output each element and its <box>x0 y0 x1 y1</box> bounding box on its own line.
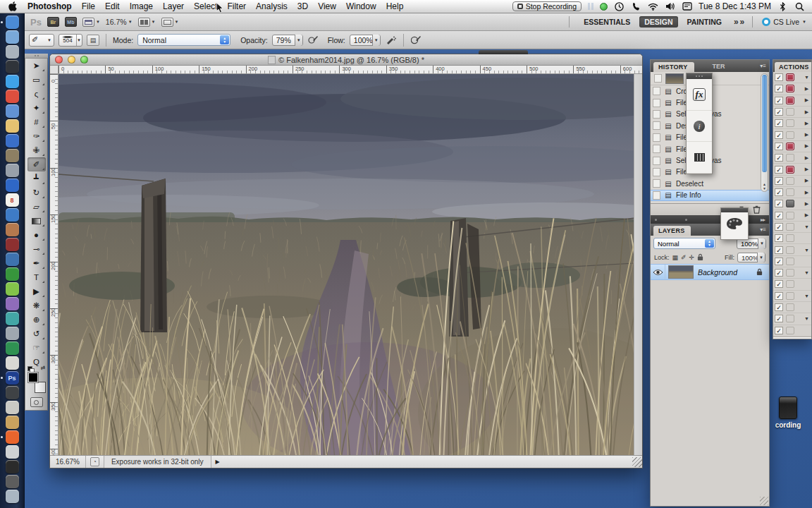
floating-swatches-box[interactable] <box>720 207 749 240</box>
default-colors-icon[interactable] <box>27 366 34 372</box>
arrange-documents-button[interactable]: ▼ <box>138 18 156 27</box>
ruler-left[interactable]: 050100150200250300350400 <box>50 74 59 455</box>
action-row[interactable]: ✓ ▶ <box>773 83 811 95</box>
action-expand-icon[interactable]: ▶ <box>804 201 810 207</box>
rectangular-marquee-tool[interactable]: ▭ <box>27 73 46 87</box>
action-checkbox[interactable]: ✓ <box>775 166 783 174</box>
action-checkbox[interactable]: ✓ <box>775 327 783 334</box>
action-row[interactable]: ✓ ▶ <box>773 198 811 210</box>
action-checkbox[interactable]: ✓ <box>775 108 783 116</box>
menu-edit[interactable]: Edit <box>105 1 120 11</box>
image-canvas[interactable] <box>59 74 635 456</box>
dock-photos[interactable] <box>6 223 19 236</box>
workspace-painting[interactable]: PAINTING <box>682 16 727 28</box>
action-dialog-toggle[interactable] <box>786 269 794 277</box>
tab-layers[interactable]: LAYERS <box>653 226 691 236</box>
dock-planet[interactable] <box>6 179 19 192</box>
history-step-row[interactable]: ▤ Deselect <box>651 178 769 189</box>
menu-window[interactable]: Window <box>346 1 376 11</box>
action-row[interactable]: ✓ ▼ <box>773 267 811 279</box>
menu-3d[interactable]: 3D <box>297 1 308 11</box>
dodge-tool[interactable]: ⊸ <box>27 242 46 256</box>
cs-live-button[interactable]: CS Live▼ <box>762 18 806 26</box>
action-checkbox[interactable]: ✓ <box>775 131 783 139</box>
dock-itunes[interactable] <box>6 134 19 147</box>
action-expand-icon[interactable]: ▼ <box>804 248 810 253</box>
info-panel-icon[interactable]: i <box>687 111 712 143</box>
history-brush-source-box[interactable] <box>653 179 660 188</box>
toggle-brush-panel-button[interactable]: ▤ <box>87 35 99 46</box>
action-row[interactable]: ✓ ▼ <box>773 222 811 233</box>
action-row[interactable]: ✓ ▼ <box>773 244 811 255</box>
scroll-arrows[interactable]: ▲▼ <box>761 182 768 190</box>
menu-layer[interactable]: Layer <box>163 1 184 11</box>
dock-recorder[interactable] <box>6 341 19 355</box>
action-dialog-toggle[interactable] <box>786 131 794 139</box>
blend-mode-select[interactable]: Normal▲▼ <box>137 34 230 46</box>
layer-thumbnail[interactable] <box>668 265 694 279</box>
action-dialog-toggle[interactable] <box>786 327 794 334</box>
action-checkbox[interactable]: ✓ <box>775 119 783 127</box>
dock-notes-folder[interactable] <box>6 119 19 133</box>
ruler-top[interactable]: 050100150200250300350400450500550600 <box>59 66 642 74</box>
foreground-color-swatch[interactable] <box>27 372 39 383</box>
history-brush-source-box[interactable] <box>653 168 660 176</box>
action-row[interactable]: ✓ ▶ <box>773 118 811 129</box>
action-checkbox[interactable]: ✓ <box>775 303 783 311</box>
action-checkbox[interactable]: ✓ <box>775 143 783 150</box>
opacity-input[interactable]: 79%▼ <box>272 35 303 46</box>
action-checkbox[interactable]: ✓ <box>775 73 783 81</box>
action-dialog-toggle[interactable] <box>786 188 794 196</box>
brush-tool[interactable]: ✐ <box>27 157 46 171</box>
history-brush-tool[interactable]: ↻ <box>27 186 46 200</box>
dock-dragon[interactable] <box>6 267 19 281</box>
dock-book[interactable] <box>6 238 19 251</box>
eyedropper-tool[interactable]: ✑ <box>27 129 46 143</box>
path-selection-tool[interactable]: ▶ <box>27 284 46 298</box>
dock-safari[interactable] <box>6 75 19 88</box>
delete-state-icon[interactable] <box>753 205 761 214</box>
action-dialog-toggle[interactable] <box>786 280 794 288</box>
dock-artist[interactable] <box>6 416 19 429</box>
panel-resize-grip[interactable] <box>760 497 768 505</box>
action-dialog-toggle[interactable] <box>786 292 794 300</box>
time-machine-icon[interactable] <box>614 2 625 11</box>
dock-xcode[interactable] <box>6 164 19 177</box>
flow-input[interactable]: 100%▼ <box>350 35 381 46</box>
dock-iphoto[interactable] <box>6 149 19 162</box>
phone-icon[interactable] <box>631 2 641 11</box>
tab-partial[interactable]: TER <box>713 63 725 72</box>
dock-ichat[interactable] <box>6 104 19 118</box>
window-resize-grip[interactable] <box>632 457 642 467</box>
history-brush-source-box[interactable] <box>653 157 660 165</box>
action-checkbox[interactable]: ✓ <box>775 280 783 288</box>
action-row[interactable]: ✓ ▶ <box>773 164 811 175</box>
action-expand-icon[interactable]: ▶ <box>804 167 810 172</box>
action-checkbox[interactable]: ✓ <box>775 85 783 92</box>
action-expand-icon[interactable]: ▶ <box>804 121 810 126</box>
custom-shape-tool[interactable]: ❋ <box>27 298 46 313</box>
action-expand-icon[interactable]: ▼ <box>804 270 810 275</box>
dock-qr[interactable] <box>6 475 19 488</box>
history-scrollbar-thumb[interactable] <box>762 75 767 172</box>
eraser-tool[interactable]: ▱ <box>27 200 46 214</box>
action-checkbox[interactable]: ✓ <box>775 188 783 196</box>
spotlight-icon[interactable] <box>794 2 805 11</box>
tablet-pressure-opacity-icon[interactable] <box>307 35 319 45</box>
brush-size-picker[interactable]: 504▼ <box>59 34 82 47</box>
pen-tool[interactable]: ✒ <box>27 256 46 270</box>
menu-help[interactable]: Help <box>386 1 404 11</box>
history-brush-source-box[interactable] <box>653 121 660 130</box>
menu-photoshop[interactable]: Photoshop <box>27 1 72 11</box>
snapshot-state-box[interactable] <box>654 74 662 83</box>
menu-filter[interactable]: Filter <box>227 1 246 11</box>
action-dialog-toggle[interactable] <box>786 143 794 150</box>
character-panel-icon[interactable] <box>687 142 712 174</box>
dock-cards[interactable] <box>6 356 19 370</box>
background-color-swatch[interactable] <box>35 382 46 393</box>
action-row[interactable]: ✓ ▶ <box>773 95 811 107</box>
dock-purple-app[interactable] <box>6 297 19 310</box>
desktop-file-icon[interactable]: cording <box>771 397 805 429</box>
history-brush-source-box[interactable] <box>653 133 660 142</box>
action-checkbox[interactable]: ✓ <box>775 269 783 277</box>
